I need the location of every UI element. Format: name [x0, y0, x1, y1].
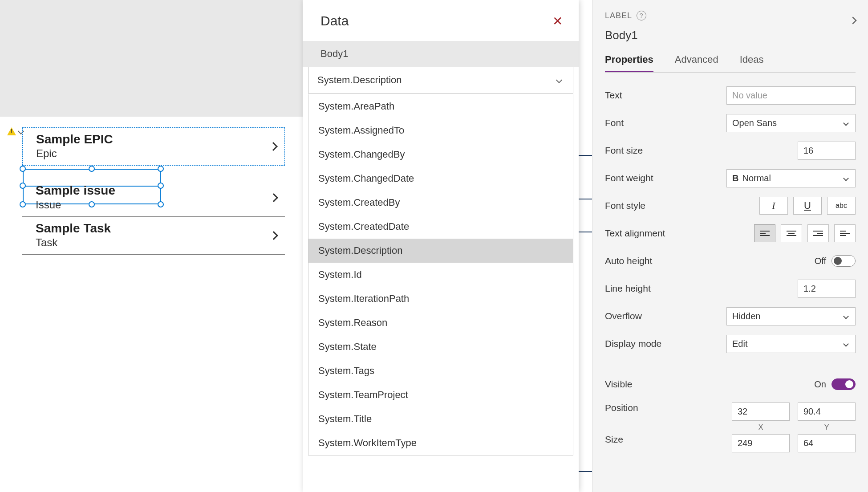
dropdown-option[interactable]: System.CreatedBy	[308, 191, 573, 215]
chevron-down-icon	[843, 175, 849, 181]
properties-panel: LABEL ? Body1 Properties Advanced Ideas …	[592, 0, 868, 492]
prop-label-font-size: Font size	[605, 145, 643, 156]
dropdown-option[interactable]: System.State	[308, 335, 573, 359]
text-input[interactable]: No value	[726, 86, 856, 105]
auto-height-state: Off	[815, 256, 826, 266]
dropdown-option[interactable]: System.ChangedBy	[308, 142, 573, 167]
prop-label-visible: Visible	[605, 379, 632, 390]
visible-toggle[interactable]	[831, 378, 856, 390]
strikethrough-button[interactable]: abc	[827, 197, 856, 215]
align-center-button[interactable]	[781, 224, 802, 242]
font-size-input[interactable]: 16	[798, 142, 856, 160]
properties-tabs: Properties Advanced Ideas	[605, 54, 856, 73]
tab-ideas[interactable]: Ideas	[740, 54, 764, 72]
position-x-input[interactable]: 32	[732, 403, 790, 421]
data-field-select[interactable]: System.Description	[308, 67, 573, 94]
prop-label-font-style: Font style	[605, 200, 645, 211]
align-justify-button[interactable]	[834, 224, 856, 242]
gallery-item[interactable]: Sample EPIC Epic	[22, 127, 285, 166]
chevron-down-icon	[843, 341, 849, 347]
data-panel: Data ✕ Body1 System.Description System.A…	[303, 0, 579, 492]
chevron-down-icon	[843, 313, 849, 319]
data-field-select-value: System.Description	[317, 74, 402, 86]
position-y-input[interactable]: 90.4	[798, 403, 856, 421]
gallery-item[interactable]: Sample Task Task	[22, 217, 285, 254]
prop-label-overflow: Overflow	[605, 311, 642, 321]
prop-label-position: Position	[605, 403, 638, 413]
gallery-item-subtitle: Issue	[36, 199, 285, 211]
dropdown-option[interactable]: System.TeamProject	[308, 383, 573, 407]
gallery-item-subtitle: Task	[36, 236, 285, 249]
gallery-item-subtitle: Epic	[36, 147, 284, 160]
prop-label-text-alignment: Text alignment	[605, 228, 665, 239]
dropdown-option[interactable]: System.AssignedTo	[308, 118, 573, 142]
chevron-down-icon	[843, 120, 849, 126]
prop-label-auto-height: Auto height	[605, 256, 652, 266]
prop-label-size: Size	[605, 434, 623, 445]
control-type-label: LABEL	[605, 11, 632, 20]
align-left-button[interactable]	[754, 224, 775, 242]
data-panel-section-label: Body1	[303, 41, 579, 67]
size-height-input[interactable]: 64	[798, 434, 856, 452]
prop-label-font: Font	[605, 118, 624, 128]
underline-button[interactable]: U	[793, 197, 822, 215]
dropdown-option[interactable]: System.CreatedDate	[308, 215, 573, 239]
dropdown-option[interactable]: System.Id	[308, 263, 573, 287]
size-width-input[interactable]: 249	[732, 434, 790, 452]
dropdown-option[interactable]: System.Tags	[308, 359, 573, 383]
dropdown-option[interactable]: System.ChangedDate	[308, 167, 573, 191]
tab-properties[interactable]: Properties	[605, 54, 653, 72]
canvas-tree-toggle[interactable]	[7, 127, 23, 135]
dropdown-option[interactable]: System.Title	[308, 407, 573, 431]
gallery-separator	[22, 254, 285, 255]
prop-label-line-height: Line height	[605, 283, 651, 294]
visible-state: On	[814, 379, 826, 390]
canvas-header-placeholder	[0, 0, 303, 117]
dropdown-option[interactable]: System.WorkItemType	[308, 431, 573, 455]
close-icon[interactable]: ✕	[552, 14, 563, 28]
font-weight-select[interactable]: BNormal	[726, 169, 856, 187]
dropdown-option[interactable]: System.AreaPath	[308, 94, 573, 118]
control-name: Body1	[605, 28, 856, 42]
canvas-area: Sample EPIC Epic Sample is	[0, 0, 303, 492]
tab-advanced[interactable]: Advanced	[675, 54, 718, 72]
overflow-select[interactable]: Hidden	[726, 307, 856, 325]
section-divider	[592, 364, 868, 364]
help-icon[interactable]: ?	[637, 11, 646, 20]
font-select[interactable]: Open Sans	[726, 114, 856, 132]
gallery-item-title: Sample Task	[36, 221, 285, 236]
data-panel-title: Data	[320, 13, 349, 28]
prop-label-text: Text	[605, 90, 622, 101]
prop-label-display-mode: Display mode	[605, 338, 661, 349]
line-height-input[interactable]: 1.2	[798, 280, 856, 298]
dropdown-option[interactable]: System.Reason	[308, 311, 573, 335]
auto-height-toggle[interactable]	[831, 255, 856, 267]
position-y-label: Y	[798, 423, 856, 431]
display-mode-select[interactable]: Edit	[726, 335, 856, 353]
italic-button[interactable]: I	[759, 197, 788, 215]
gallery-item[interactable]: Sample issue Issue	[22, 179, 285, 216]
gallery-item-title: Sample issue	[36, 183, 285, 198]
dropdown-option[interactable]: System.Description	[308, 239, 573, 263]
warning-icon	[7, 127, 16, 135]
chevron-down-icon	[556, 77, 562, 83]
position-x-label: X	[732, 423, 790, 431]
prop-label-font-weight: Font weight	[605, 173, 653, 183]
gallery-item-title: Sample EPIC	[36, 132, 284, 146]
dropdown-option[interactable]: System.IterationPath	[308, 287, 573, 311]
data-field-dropdown-list: System.AreaPath System.AssignedTo System…	[308, 94, 573, 455]
align-right-button[interactable]	[807, 224, 829, 242]
